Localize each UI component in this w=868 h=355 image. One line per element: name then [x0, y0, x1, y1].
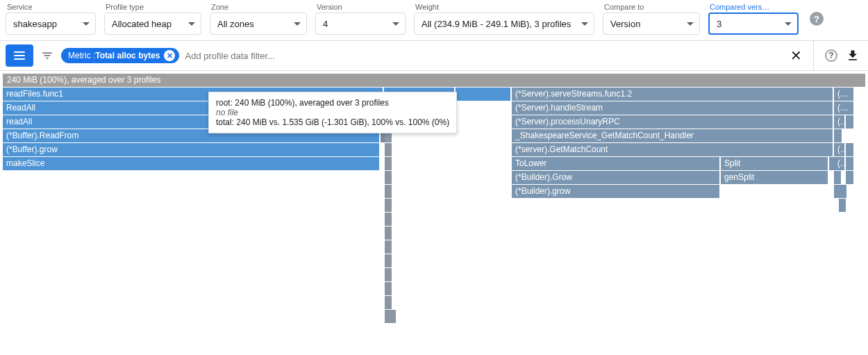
flame-box[interactable]: Split	[721, 157, 828, 170]
flame-box[interactable]	[385, 296, 392, 309]
service-label: Service	[6, 3, 96, 11]
flame-box[interactable]: (*server).GetMatchCount	[512, 143, 833, 156]
profile-type-filter: Profile type Allocated heap	[104, 3, 201, 35]
compared-version-label: Compared vers…	[708, 3, 799, 11]
profile-type-select[interactable]: Allocated heap	[104, 13, 201, 35]
service-select[interactable]: shakesapp	[6, 13, 96, 35]
flame-box[interactable]: _ShakespeareService_GetMatchCount_Handle…	[512, 129, 833, 142]
profile-type-label: Profile type	[104, 3, 201, 11]
filter-icon-button[interactable]	[36, 49, 58, 62]
compare-to-select[interactable]: Version	[603, 13, 700, 35]
list-icon	[14, 51, 25, 60]
caret-down-icon	[83, 22, 90, 26]
flame-box[interactable]	[385, 254, 392, 267]
filter-bar: Service shakesapp Profile type Allocated…	[0, 0, 868, 40]
version-select[interactable]: 4	[315, 13, 406, 35]
flame-box[interactable]	[385, 240, 392, 254]
flame-box[interactable]	[846, 171, 854, 184]
flame-box[interactable]: (*h…	[834, 101, 854, 115]
profile-filter-input[interactable]	[179, 45, 779, 67]
service-value: shakesapp	[13, 19, 57, 29]
flame-box[interactable]	[389, 310, 397, 323]
flame-box[interactable]	[846, 143, 854, 156]
flame-box[interactable]: (*Buffer).grow	[3, 143, 380, 156]
flame-box[interactable]	[385, 213, 392, 226]
filter-icon	[41, 49, 53, 62]
caret-down-icon	[294, 22, 301, 26]
flame-box[interactable]: (…	[834, 157, 845, 170]
flame-box[interactable]: (*Server).handleStream	[512, 101, 833, 115]
flame-box[interactable]	[839, 199, 846, 212]
flame-box[interactable]	[456, 88, 511, 101]
metric-chip-value: Total alloc bytes	[95, 51, 160, 60]
metric-chip-prefix: Metric :	[68, 51, 95, 60]
compare-to-filter: Compare to Version	[603, 3, 700, 35]
flame-box[interactable]: (…	[834, 115, 845, 129]
tooltip-total: total: 240 MiB vs. 1.535 GiB (-1.301 GiB…	[216, 117, 449, 127]
help-icon[interactable]: ?	[825, 49, 837, 62]
metric-chip[interactable]: Metric : Total alloc bytes ✕	[61, 48, 179, 63]
compared-version-value: 3	[717, 19, 721, 29]
caret-down-icon	[785, 22, 792, 26]
flame-box[interactable]	[385, 185, 392, 198]
flame-box[interactable]: (*h…	[834, 88, 854, 101]
service-filter: Service shakesapp	[6, 3, 96, 35]
flame-box[interactable]	[385, 282, 392, 295]
zone-label: Zone	[210, 3, 307, 11]
compared-version-select[interactable]: 3	[708, 13, 799, 35]
tooltip-file: no file	[216, 108, 449, 117]
toolbar: Metric : Total alloc bytes ✕ ✕ ?	[0, 40, 868, 71]
flame-box[interactable]	[385, 171, 392, 184]
caret-down-icon	[392, 22, 399, 26]
flame-tooltip: root: 240 MiB (100%), averaged over 3 pr…	[208, 92, 457, 133]
flame-box[interactable]	[846, 115, 854, 129]
flame-box[interactable]	[834, 129, 842, 142]
zone-value: All zones	[217, 19, 254, 29]
toolbar-right: ?	[813, 41, 868, 70]
flame-box[interactable]: ToLower	[512, 157, 720, 170]
download-icon[interactable]	[846, 49, 860, 63]
flame-box[interactable]	[385, 157, 392, 170]
help-icon[interactable]: ?	[810, 12, 824, 26]
tooltip-title: root: 240 MiB (100%), averaged over 3 pr…	[216, 98, 449, 108]
flame-box[interactable]: (*Server).processUnaryRPC	[512, 115, 833, 129]
zone-select[interactable]: All zones	[210, 13, 307, 35]
chip-remove-icon[interactable]: ✕	[164, 50, 175, 61]
flame-box[interactable]	[385, 143, 392, 156]
caret-down-icon	[687, 22, 694, 26]
profile-type-value: Allocated heap	[112, 19, 172, 29]
flame-box[interactable]	[385, 199, 392, 212]
flame-box[interactable]: (…	[834, 143, 845, 156]
list-view-button[interactable]	[6, 44, 33, 67]
zone-filter: Zone All zones	[210, 3, 307, 35]
compare-to-value: Version	[610, 19, 640, 29]
flame-box[interactable]: genSplit	[721, 171, 828, 184]
flame-graph: 240 MiB (100%), averaged over 3 profiles…	[0, 71, 868, 324]
version-filter: Version 4	[315, 3, 406, 35]
version-label: Version	[315, 3, 406, 11]
caret-down-icon	[188, 22, 195, 26]
weight-value: All (234.9 MiB - 249.1 MiB), 3 profiles	[422, 19, 571, 29]
compare-to-label: Compare to	[603, 3, 700, 11]
weight-filter: Weight All (234.9 MiB - 249.1 MiB), 3 pr…	[414, 3, 594, 35]
weight-label: Weight	[414, 3, 594, 11]
flame-box[interactable]: makeSlice	[3, 157, 380, 170]
weight-select[interactable]: All (234.9 MiB - 249.1 MiB), 3 profiles	[414, 13, 594, 35]
flame-box[interactable]	[834, 171, 842, 184]
clear-filter-button[interactable]: ✕	[779, 47, 813, 64]
flame-box[interactable]	[839, 185, 847, 198]
flame-root[interactable]: 240 MiB (100%), averaged over 3 profiles	[3, 74, 865, 87]
caret-down-icon	[581, 22, 588, 26]
flame-box[interactable]	[846, 157, 854, 170]
flame-box[interactable]: (*Builder).grow	[512, 185, 720, 198]
flame-box[interactable]	[385, 268, 392, 281]
flame-box[interactable]: (*Server).serveStreams.func1.2	[512, 88, 833, 101]
compared-version-filter: Compared vers… 3	[708, 3, 799, 35]
version-value: 4	[323, 19, 328, 29]
flame-box[interactable]	[385, 226, 392, 240]
flame-box[interactable]: (*Builder).Grow	[512, 171, 720, 184]
